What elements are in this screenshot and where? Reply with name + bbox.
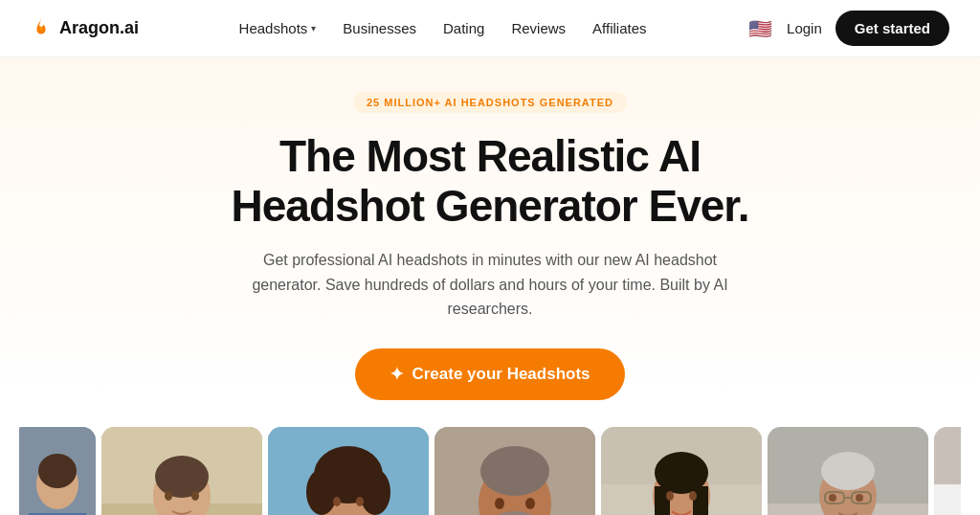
- dating-link[interactable]: Dating: [443, 20, 484, 36]
- nav-item-businesses[interactable]: Businesses: [343, 20, 416, 37]
- photo-6-image: [768, 427, 928, 515]
- photo-2-image: [101, 427, 262, 515]
- photo-3-image: [268, 427, 429, 515]
- svg-point-25: [495, 498, 504, 509]
- reviews-link[interactable]: Reviews: [511, 20, 566, 36]
- svg-point-18: [333, 497, 341, 506]
- headshots-link[interactable]: Headshots ▾: [239, 20, 317, 36]
- photo-5-image: [601, 427, 762, 515]
- svg-point-34: [666, 491, 674, 501]
- svg-point-2: [38, 454, 77, 488]
- svg-point-46: [856, 494, 863, 502]
- photo-card-4: [434, 427, 595, 515]
- svg-point-9: [165, 491, 172, 501]
- svg-rect-48: [934, 484, 961, 515]
- chevron-down-icon: ▾: [311, 23, 316, 34]
- photo-strip: [19, 427, 961, 515]
- nav-links: Headshots ▾ Businesses Dating Reviews Af…: [239, 20, 647, 37]
- photo-card-5: [601, 427, 762, 515]
- svg-point-39: [821, 452, 875, 490]
- svg-point-45: [829, 494, 836, 502]
- hero-title-line2: Headshot Generator Ever.: [232, 181, 749, 231]
- cta-label: Create your Headshots: [412, 365, 590, 384]
- cta-button[interactable]: ✦ Create your Headshots: [355, 348, 624, 400]
- photo-4-image: [434, 427, 595, 515]
- nav-item-dating[interactable]: Dating: [443, 20, 484, 37]
- businesses-link[interactable]: Businesses: [343, 20, 416, 36]
- hero-subtitle: Get professional AI headshots in minutes…: [241, 248, 739, 322]
- hero-title: The Most Realistic AI Headshot Generator…: [19, 132, 961, 231]
- photo-card-3: [268, 427, 429, 515]
- svg-point-10: [191, 491, 199, 501]
- nav-item-affiliates[interactable]: Affiliates: [592, 20, 646, 37]
- svg-point-22: [480, 446, 549, 496]
- photo-card-2: [101, 427, 262, 515]
- logo[interactable]: Aragon.ai: [31, 18, 139, 39]
- get-started-button[interactable]: Get started: [835, 11, 949, 46]
- flame-icon: [31, 18, 52, 39]
- nav-item-headshots[interactable]: Headshots ▾: [239, 20, 317, 36]
- photo-card-1: [19, 427, 96, 515]
- svg-point-7: [155, 456, 209, 498]
- hero-badge: 25 MILLION+ AI HEADSHOTS GENERATED: [353, 92, 627, 113]
- brand-name: Aragon.ai: [59, 18, 139, 38]
- svg-point-35: [689, 491, 697, 501]
- navbar: Aragon.ai Headshots ▾ Businesses Dating …: [0, 0, 980, 57]
- photo-card-7: [934, 427, 961, 515]
- photo-1-image: [19, 427, 96, 515]
- svg-rect-31: [655, 486, 670, 515]
- flag-icon[interactable]: 🇺🇸: [746, 15, 773, 42]
- svg-point-15: [306, 469, 337, 515]
- affiliates-link[interactable]: Affiliates: [592, 20, 646, 36]
- sparkle-icon: ✦: [390, 364, 404, 385]
- login-button[interactable]: Login: [787, 20, 822, 36]
- hero-section: 25 MILLION+ AI HEADSHOTS GENERATED The M…: [0, 57, 980, 515]
- photo-7-image: [934, 427, 961, 515]
- photo-card-6: [768, 427, 928, 515]
- nav-right: 🇺🇸 Login Get started: [746, 11, 949, 46]
- svg-point-16: [360, 469, 390, 515]
- svg-rect-32: [693, 486, 708, 515]
- svg-point-26: [525, 498, 535, 509]
- nav-item-reviews[interactable]: Reviews: [511, 20, 566, 37]
- svg-point-19: [356, 497, 364, 506]
- hero-title-line1: The Most Realistic AI: [279, 131, 701, 181]
